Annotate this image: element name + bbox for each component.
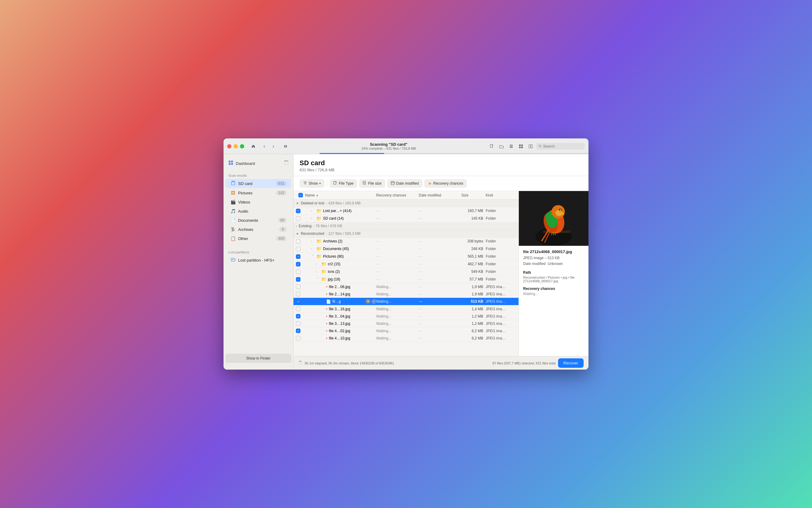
svg-rect-14: [229, 161, 230, 162]
group-label-deleted: Deleted or lost: [301, 201, 324, 205]
sidebar-item-lost-partition[interactable]: Lost partition - HFS+: [225, 256, 291, 265]
row-checkbox[interactable]: [296, 321, 301, 326]
row-checkbox[interactable]: ✓: [296, 262, 301, 266]
table-row[interactable]: › ▪ file 4…10.jpg Waiting... — 6,2 MB JP…: [294, 335, 518, 342]
row-checkbox[interactable]: [296, 247, 301, 251]
date-modified-filter-button[interactable]: Date modified: [387, 179, 422, 188]
table-row[interactable]: › 📁 icns (2) — — 549 KB Folder: [294, 268, 518, 276]
lost-partition-icon: [230, 257, 236, 263]
file-type-filter-button[interactable]: File Type: [330, 179, 357, 188]
file-recovery: Waiting...: [376, 307, 419, 311]
progress-track: [320, 153, 588, 154]
table-row[interactable]: › ▪ file 3…16.jpg Waiting... — 1,4 MB JP…: [294, 305, 518, 313]
list-view-button[interactable]: [507, 142, 515, 151]
table-row[interactable]: − › 📁 Pictures (80) — — 565,1 MB Folder: [294, 253, 518, 260]
file-list-area[interactable]: − Name ▲ Recovery chances Date modified: [294, 191, 518, 356]
new-folder-button[interactable]: [497, 142, 506, 151]
sidebar-item-other[interactable]: 📋 Other 403: [225, 234, 291, 243]
search-input[interactable]: [543, 144, 582, 149]
search-icon: [539, 144, 542, 148]
table-row[interactable]: − › 📁 jpg (18) — — 57,7 MB Folder: [294, 276, 518, 283]
row-checkbox[interactable]: −: [296, 277, 301, 282]
show-filter-icon: [303, 181, 307, 186]
table-row[interactable]: › ▪ file 2…06.jpg Waiting... — 1,9 MB JP…: [294, 283, 518, 291]
row-checkbox[interactable]: [296, 307, 301, 311]
show-in-finder-button[interactable]: Show in Finder: [225, 354, 291, 363]
row-checkbox[interactable]: −: [296, 209, 301, 213]
row-checkbox[interactable]: [296, 285, 301, 289]
group-reconstructed[interactable]: ▼ Reconstructed - 127 files / 565,3 MB: [294, 230, 518, 238]
table-row[interactable]: › 📁 Archives (2) — — 208 bytes Folder: [294, 238, 518, 245]
sidebar-item-videos[interactable]: 🎬 Videos: [225, 198, 291, 206]
sidebar-item-pictures[interactable]: 🖼 Pictures 142: [225, 188, 291, 197]
back-button[interactable]: ‹: [260, 142, 269, 151]
row-checkbox[interactable]: −: [296, 254, 301, 259]
row-checkbox[interactable]: ✓: [296, 299, 301, 304]
expand-arrow[interactable]: ›: [311, 209, 315, 212]
search-box[interactable]: [536, 143, 585, 150]
close-button[interactable]: [227, 144, 231, 149]
minimize-button[interactable]: [234, 144, 238, 149]
expand-arrow[interactable]: ›: [316, 270, 320, 273]
file-name-text: cr2 (15): [328, 262, 376, 266]
expand-arrow[interactable]: ›: [311, 247, 315, 250]
table-row[interactable]: ✓ › ▪ file 4…02.jpg Waiting... — 6,2 MB …: [294, 327, 518, 335]
file-kind: JPEG ima…: [486, 299, 516, 304]
preview-date: Date modified Unknown: [523, 261, 584, 267]
group-deleted-or-lost[interactable]: ▼ Deleted or lost - 428 files / 160,8 MB: [294, 200, 518, 207]
home-button[interactable]: [249, 142, 258, 151]
row-checkbox[interactable]: [296, 216, 301, 221]
recover-button[interactable]: Recover: [558, 358, 584, 368]
sidebar-item-sd-card[interactable]: SD card 631: [225, 179, 291, 188]
row-checkbox[interactable]: [296, 292, 301, 296]
expand-arrow[interactable]: ›: [311, 240, 315, 243]
group-chevron-existing[interactable]: ›: [296, 224, 297, 228]
row-checkbox[interactable]: ✓: [296, 314, 301, 319]
table-row[interactable]: › ▪ file 3…13.jpg Waiting... — 1,2 MB JP…: [294, 320, 518, 327]
select-all-checkbox[interactable]: −: [296, 193, 305, 198]
table-row[interactable]: › 📁 Documents (45) — — 246 KB Folder: [294, 245, 518, 253]
pause-button[interactable]: [281, 142, 290, 151]
row-checkbox[interactable]: [296, 269, 301, 274]
file-recovery: —: [376, 209, 419, 213]
grid-view-button[interactable]: [517, 142, 525, 151]
split-view-button[interactable]: [527, 142, 535, 151]
file-date: —: [419, 307, 461, 311]
preview-type: JPEG image – 513 KB: [523, 255, 584, 261]
sidebar-item-audio[interactable]: 🎵 Audio: [225, 207, 291, 215]
recovery-chances-filter-button[interactable]: ★ Recovery chances: [424, 179, 467, 188]
expand-arrow[interactable]: ›: [316, 262, 320, 265]
scan-subtitle: 24% complete – 631 files / 726,8 MB: [361, 146, 416, 150]
expand-arrow[interactable]: ›: [316, 278, 319, 281]
table-row[interactable]: › 📁 SD card (14) — — 145 KB Folder: [294, 215, 518, 222]
file-recovery: —: [376, 239, 419, 243]
table-row[interactable]: ✓ › 📄 fil…g 👁 🔗 Waiting... —: [294, 298, 518, 305]
table-row[interactable]: ✓ › ▪ file 3…04.jpg Waiting... — 1,2 MB …: [294, 313, 518, 320]
table-row[interactable]: ✓ › 📁 cr2 (15) — — 482,7 MB Folder: [294, 260, 518, 268]
file-date: —: [419, 269, 461, 274]
row-checkbox[interactable]: [296, 239, 301, 244]
show-filter-button[interactable]: Show ▾: [300, 179, 324, 188]
sidebar-item-label-audio: Audio: [238, 209, 286, 214]
file-size-filter-button[interactable]: File size: [359, 179, 385, 188]
maximize-button[interactable]: [240, 144, 244, 149]
new-file-button[interactable]: [488, 142, 496, 151]
expand-arrow[interactable]: ›: [311, 217, 315, 220]
table-row[interactable]: › ▪ file 2…14.jpg Waiting... — 1,9 MB JP…: [294, 291, 518, 298]
group-chevron-reconstructed[interactable]: ▼: [296, 232, 299, 236]
dashboard-item[interactable]: Dashboard: [224, 158, 293, 169]
sidebar-item-documents[interactable]: 📄 Documents 80: [225, 216, 291, 224]
group-existing[interactable]: › Existing - 76 files / 678 KB: [294, 222, 518, 230]
name-column-header[interactable]: Name ▲: [305, 193, 376, 198]
expand-arrow[interactable]: ›: [311, 255, 314, 258]
row-checkbox[interactable]: ✓: [296, 329, 301, 333]
file-type-icon: [333, 181, 337, 186]
group-chevron-deleted[interactable]: ▼: [296, 202, 299, 205]
row-checkbox[interactable]: [296, 336, 301, 340]
sidebar-item-archives[interactable]: 🗜 Archives 6: [225, 225, 291, 234]
forward-button[interactable]: ›: [269, 142, 278, 151]
sidebar-item-label-archives: Archives: [238, 227, 277, 232]
other-icon: 📋: [230, 236, 236, 241]
svg-rect-1: [286, 145, 287, 147]
table-row[interactable]: − › 📁 Lost par…+ (414) — — 160,7 MB Fold…: [294, 207, 518, 215]
